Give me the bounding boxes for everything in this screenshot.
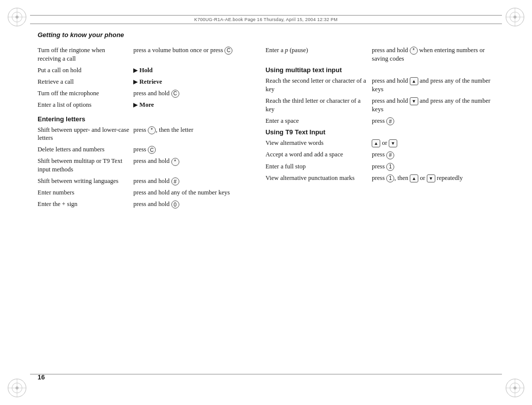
table-row: View alternative words ▲ or ▼ bbox=[265, 139, 502, 147]
row-label: Put a call on hold bbox=[38, 66, 133, 75]
row-action: ▶ Retrieve bbox=[133, 78, 250, 86]
row-label: Delete letters and numbers bbox=[38, 145, 133, 154]
right-column: Enter a p (pause) press and hold * when … bbox=[260, 46, 502, 365]
row-action: press C bbox=[133, 145, 250, 154]
table-row: Reach the third letter or character of a… bbox=[265, 97, 502, 114]
key-0: 0 bbox=[171, 200, 179, 209]
key-hash: # bbox=[171, 177, 179, 185]
table-row: Shift between upper- and lower-case lett… bbox=[38, 126, 250, 143]
row-action: press *, then the letter bbox=[133, 126, 250, 143]
row-action: press and hold ▼ and press any of the nu… bbox=[372, 97, 502, 114]
header-text: K700UG-R1A-AE.book Page 16 Thursday, Apr… bbox=[194, 17, 338, 22]
row-label: Reach the third letter or character of a… bbox=[265, 97, 372, 114]
key-hash2: # bbox=[386, 151, 394, 159]
row-action: press and hold ▲ and press any of the nu… bbox=[372, 77, 502, 94]
row-label: Retrieve a call bbox=[38, 78, 133, 86]
corner-decoration-tl bbox=[5, 5, 29, 29]
left-column: Turn off the ringtone when receiving a c… bbox=[38, 46, 260, 365]
key-hash: # bbox=[386, 117, 394, 125]
row-label: View alternative words bbox=[265, 139, 372, 147]
row-action: press and hold 0 bbox=[133, 200, 250, 209]
table-row: Enter numbers press and hold any of the … bbox=[38, 188, 250, 197]
row-label: Enter a space bbox=[265, 117, 372, 125]
row-action: ▶ Hold bbox=[133, 66, 250, 75]
table-row: Shift between writing languages press an… bbox=[38, 177, 250, 185]
header-bar: K700UG-R1A-AE.book Page 16 Thursday, Apr… bbox=[30, 15, 502, 24]
key-1b: 1 bbox=[386, 174, 394, 182]
svg-point-4 bbox=[16, 16, 19, 19]
row-label: View alternative punctuation marks bbox=[265, 174, 372, 182]
row-label: Turn off the ringtone when receiving a c… bbox=[38, 46, 133, 63]
table-row: Reach the second letter or character of … bbox=[265, 77, 502, 94]
table-row: Retrieve a call ▶ Retrieve bbox=[38, 78, 250, 86]
row-action: press # bbox=[372, 117, 502, 125]
key-star: * bbox=[148, 126, 156, 134]
section-heading-entering-letters: Entering letters bbox=[38, 115, 250, 123]
corner-decoration-tr bbox=[503, 5, 527, 29]
row-label: Enter a full stop bbox=[265, 162, 372, 171]
row-label: Enter numbers bbox=[38, 188, 133, 197]
svg-point-19 bbox=[513, 386, 516, 389]
corner-decoration-br bbox=[503, 376, 527, 400]
table-row: Enter a full stop press 1 bbox=[265, 162, 502, 171]
row-action: press 1, then ▲ or ▼ repeatedly bbox=[372, 174, 502, 182]
row-action: press and hold * bbox=[133, 157, 250, 174]
key-c: C bbox=[171, 90, 179, 98]
key-star: * bbox=[171, 158, 179, 166]
arrow-icon: ▶ bbox=[133, 101, 138, 108]
arrow-icon: ▶ bbox=[133, 67, 138, 74]
row-label: Shift between multitap or T9 Text input … bbox=[38, 157, 133, 174]
section-heading-multitap: Using multitap text input bbox=[265, 66, 502, 74]
table-row: Accept a word and add a space press # bbox=[265, 150, 502, 159]
row-action: ▲ or ▼ bbox=[372, 139, 502, 147]
arrow-icon: ▶ bbox=[133, 78, 138, 85]
row-action: ▶ More bbox=[133, 101, 250, 109]
page-title: Getting to know your phone bbox=[38, 31, 124, 39]
row-action: press and hold any of the number keys bbox=[133, 188, 250, 197]
page-number: 16 bbox=[38, 373, 45, 381]
table-row: Enter a p (pause) press and hold * when … bbox=[265, 46, 502, 63]
row-action: press and hold * when entering numbers o… bbox=[372, 46, 502, 63]
table-row: Turn off the microphone press and hold C bbox=[38, 89, 250, 98]
bottom-line bbox=[30, 374, 502, 374]
row-action: press # bbox=[372, 150, 502, 159]
row-label: Reach the second letter or character of … bbox=[265, 77, 372, 94]
row-action: press 1 bbox=[372, 162, 502, 171]
row-label: Enter a list of options bbox=[38, 101, 133, 109]
row-label: Accept a word and add a space bbox=[265, 150, 372, 159]
table-row: Shift between multitap or T9 Text input … bbox=[38, 157, 250, 174]
row-label: Enter a p (pause) bbox=[265, 46, 372, 63]
key-star: * bbox=[410, 47, 418, 55]
table-row: Turn off the ringtone when receiving a c… bbox=[38, 46, 250, 63]
table-row: Put a call on hold ▶ Hold bbox=[38, 66, 250, 75]
row-label: Shift between writing languages bbox=[38, 177, 133, 185]
table-row: Enter the + sign press and hold 0 bbox=[38, 200, 250, 209]
corner-decoration-bl bbox=[5, 376, 29, 400]
key-nav-up3: ▲ bbox=[410, 174, 418, 182]
key-nav-down: ▼ bbox=[410, 97, 418, 105]
svg-point-9 bbox=[513, 16, 516, 19]
section-heading-t9: Using T9 Text Input bbox=[265, 128, 502, 136]
key-nav-up: ▲ bbox=[410, 77, 418, 85]
key-nav-up2: ▲ bbox=[372, 139, 380, 147]
table-row: View alternative punctuation marks press… bbox=[265, 174, 502, 182]
table-row: Enter a space press # bbox=[265, 117, 502, 125]
key-1: 1 bbox=[386, 163, 394, 171]
row-label: Enter the + sign bbox=[38, 200, 133, 209]
row-label: Shift between upper- and lower-case lett… bbox=[38, 126, 133, 143]
key-c: C bbox=[148, 146, 156, 154]
row-action: press and hold C bbox=[133, 89, 250, 98]
main-content: Turn off the ringtone when receiving a c… bbox=[38, 46, 502, 365]
key-c: C bbox=[224, 47, 232, 55]
svg-point-14 bbox=[16, 386, 19, 389]
row-label: Turn off the microphone bbox=[38, 89, 133, 98]
table-row: Enter a list of options ▶ More bbox=[38, 101, 250, 109]
row-action: press and hold # bbox=[133, 177, 250, 185]
table-row: Delete letters and numbers press C bbox=[38, 145, 250, 154]
key-nav-down3: ▼ bbox=[427, 174, 435, 182]
key-nav-down2: ▼ bbox=[389, 139, 397, 147]
row-action: press a volume button once or press C bbox=[133, 46, 250, 63]
